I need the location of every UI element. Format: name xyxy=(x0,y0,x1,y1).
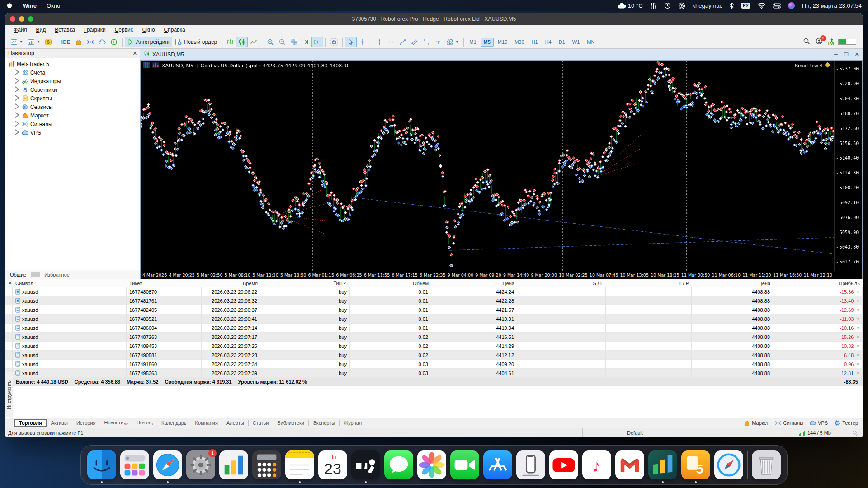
profiles-button[interactable]: ▼ xyxy=(25,37,42,47)
trade-row[interactable]: xauusd16774905812026.03.23 20:07:28buy0.… xyxy=(5,351,863,360)
tree-item-vps[interactable]: VPS xyxy=(7,128,140,137)
apple-menu[interactable] xyxy=(6,2,13,9)
chart-shift-button[interactable] xyxy=(311,37,323,47)
toolbox-link-market[interactable]: Маркет xyxy=(744,420,769,426)
expand-arrow-icon[interactable] xyxy=(14,69,20,76)
timeframe-m30[interactable]: M30 xyxy=(511,38,527,47)
shapes-tool[interactable]: ▼ xyxy=(444,37,461,47)
dock-item-messages[interactable] xyxy=(384,450,413,479)
column-header-6[interactable]: Цена xyxy=(431,281,517,286)
toolbox-tab-articles[interactable]: Статьи xyxy=(249,419,273,427)
line-chart-button[interactable] xyxy=(248,37,259,47)
tile-windows-button[interactable] xyxy=(288,37,300,47)
trade-row[interactable]: xauusd16774824052026.03.23 20:06:37buy0.… xyxy=(5,305,863,314)
close-position-icon[interactable]: ✕ xyxy=(856,362,859,366)
dock-item-iphone-mirroring[interactable] xyxy=(516,450,545,479)
dock-item-metatrader5[interactable] xyxy=(219,450,248,479)
menu-item-charts[interactable]: Графики xyxy=(80,26,110,34)
close-position-icon[interactable]: ✕ xyxy=(856,344,859,348)
tree-item-signals[interactable]: Сигналы xyxy=(7,120,140,128)
dock-item-calculator[interactable] xyxy=(252,450,281,479)
trendline-tool[interactable] xyxy=(397,37,409,47)
auto-scroll-button[interactable] xyxy=(300,37,311,47)
dock-item-gmail[interactable] xyxy=(615,450,644,479)
toolbox-tab-experts[interactable]: Эксперты xyxy=(309,419,339,427)
close-position-icon[interactable]: ✕ xyxy=(856,371,859,375)
toolbox-tab-calendar[interactable]: Календарь xyxy=(157,419,191,427)
toolbox-tab-alerts[interactable]: Алерты xyxy=(222,419,248,427)
toolbox-vertical-tab[interactable]: Инструменты xyxy=(5,372,13,417)
timeframe-h4[interactable]: H4 xyxy=(542,38,555,47)
dock-item-finder[interactable] xyxy=(87,450,116,479)
expand-arrow-icon[interactable] xyxy=(14,129,20,136)
dock-item-music[interactable]: ♪ xyxy=(582,450,611,479)
market-button[interactable] xyxy=(73,37,85,47)
text-tool[interactable]: T xyxy=(432,37,444,47)
zoom-out-button[interactable] xyxy=(276,37,288,47)
toolbox-tab-trade[interactable]: Торговля xyxy=(14,419,47,427)
statusbar-profile[interactable]: Default xyxy=(623,428,691,437)
column-header-7[interactable]: S / L xyxy=(517,281,606,286)
candle-chart-button[interactable] xyxy=(236,37,248,47)
ide-button[interactable]: IDE xyxy=(59,37,73,47)
dock-item-app-store[interactable] xyxy=(483,450,512,479)
signals-button[interactable] xyxy=(85,37,96,47)
column-header-9[interactable]: Цена xyxy=(692,281,773,286)
search-icon[interactable] xyxy=(803,38,810,47)
traffic-light-minimize[interactable] xyxy=(19,16,24,22)
trade-panel-close-icon[interactable]: ✕ xyxy=(5,280,13,286)
weather-widget[interactable]: 10 °C xyxy=(618,2,643,9)
navigator-tab-common[interactable]: Общие xyxy=(5,272,31,277)
dock-item-launchpad[interactable] xyxy=(120,450,149,479)
chart-close-button[interactable]: ✕ xyxy=(855,52,859,57)
status-icon-people[interactable] xyxy=(650,3,657,9)
close-position-icon[interactable]: ✕ xyxy=(856,335,859,339)
price-axis[interactable]: 5237.005220.905204.805188.705172.605156.… xyxy=(834,61,862,271)
dock-item-metatrader5-alt[interactable] xyxy=(648,450,677,479)
timeframe-d1[interactable]: D1 xyxy=(556,38,568,47)
menubar-item-window[interactable]: Окно xyxy=(47,2,60,9)
expand-arrow-icon[interactable] xyxy=(14,112,20,119)
one-click-trading-icon[interactable] xyxy=(152,62,159,69)
timeframe-h1[interactable]: H1 xyxy=(528,38,541,47)
column-header-1[interactable]: Символ xyxy=(13,281,127,286)
chart-minimize-button[interactable]: ─ xyxy=(834,52,838,57)
tree-item-services[interactable]: Сервисы xyxy=(7,103,140,111)
timeframe-m5[interactable]: M5 xyxy=(481,38,494,47)
control-center-icon[interactable] xyxy=(773,3,781,9)
trade-row[interactable]: xauusd16774918602026.03.23 20:07:34buy0.… xyxy=(5,360,863,369)
toolbox-tab-mail[interactable]: Почта8 xyxy=(132,419,157,427)
menu-item-window[interactable]: Окно xyxy=(138,26,160,34)
column-header-2[interactable]: Тикет xyxy=(127,281,202,286)
column-header-8[interactable]: T / P xyxy=(606,281,692,286)
menubar-app-name[interactable]: Wine xyxy=(23,2,37,9)
toolbox-link-vps[interactable]: VPS xyxy=(810,420,828,426)
column-header-3[interactable]: Время xyxy=(202,281,260,286)
time-axis[interactable]: 4 Mar 20264 Mar 20:255 Mar 02:505 Mar 08… xyxy=(140,271,863,279)
screenshot-button[interactable] xyxy=(328,37,340,47)
column-header-10[interactable]: Прибыль xyxy=(773,281,863,286)
support-button[interactable]: 1 xyxy=(816,38,823,47)
dock-item-metaeditor5[interactable]: 5 xyxy=(681,450,710,479)
chart-maximize-button[interactable]: ❐ xyxy=(844,52,849,57)
expand-arrow-icon[interactable] xyxy=(14,77,20,85)
dock-item-notes[interactable] xyxy=(285,450,314,479)
tree-item-accounts[interactable]: Счета xyxy=(7,68,140,77)
depth-of-market-icon[interactable] xyxy=(143,62,150,69)
timeframe-m1[interactable]: M1 xyxy=(466,38,479,47)
trade-row[interactable]: xauusd16774817612026.03.23 20:06:32buy0.… xyxy=(5,296,863,305)
dock-item-browser[interactable] xyxy=(714,450,743,479)
time-machine-icon[interactable] xyxy=(664,2,671,9)
bluetooth-icon[interactable] xyxy=(730,2,734,9)
dock-item-tradingview[interactable] xyxy=(351,450,380,479)
navigator-close-icon[interactable]: ✕ xyxy=(133,51,137,56)
menubar-clock[interactable]: Пн, 23 марта 23:07:54 xyxy=(802,2,862,9)
close-position-icon[interactable]: ✕ xyxy=(856,326,859,330)
copy-trading-button[interactable] xyxy=(108,37,120,47)
toolbox-tab-company[interactable]: Компания xyxy=(191,419,222,427)
trade-row[interactable]: xauusd16774894532026.03.23 20:07:25buy0.… xyxy=(5,342,863,351)
close-position-icon[interactable]: ✕ xyxy=(856,299,859,303)
traffic-light-close[interactable] xyxy=(10,16,15,22)
input-language-badge[interactable]: РУ xyxy=(741,3,750,9)
column-header-4[interactable]: Тип ✓ xyxy=(260,280,350,286)
